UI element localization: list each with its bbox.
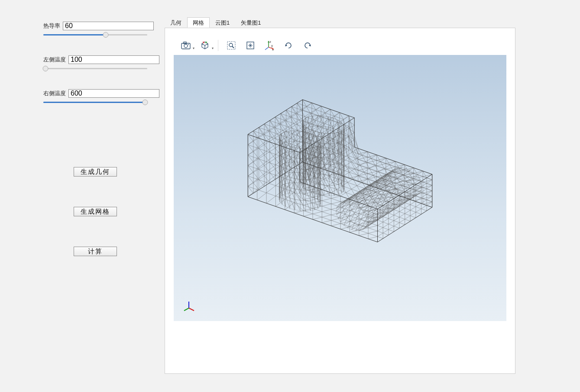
svg-point-1 [184,44,188,48]
param-thermal-conductivity: 热导率 [43,22,147,39]
compute-button[interactable]: 计算 [74,247,117,256]
thermal-conductivity-input[interactable] [63,22,154,30]
svg-point-3 [188,44,189,45]
toolbar-separator [218,40,218,51]
zoom-extents-icon[interactable] [243,38,258,53]
thermal-conductivity-slider[interactable] [43,31,147,39]
svg-rect-2 [184,42,186,44]
main-area: 几何 网格 云图1 矢量图1 ▾ ▾ [165,17,515,374]
mesh-wireframe [174,55,506,321]
sidebar: 热导率 左侧温度 右侧温度 生成几何 生 [0,0,165,392]
svg-text:y: y [271,44,273,48]
camera-icon[interactable]: ▾ [178,38,194,53]
svg-marker-19 [309,44,311,46]
right-temp-slider[interactable] [43,99,147,106]
tab-mesh[interactable]: 网格 [187,17,210,28]
param-left-temp: 左侧温度 [43,55,147,73]
svg-line-8 [232,46,234,48]
param-right-temp: 右侧温度 [43,89,147,106]
axis-triad-icon [182,299,195,312]
svg-rect-6 [227,42,235,49]
svg-line-14 [265,47,269,50]
svg-line-21 [189,308,194,311]
mesh-canvas[interactable] [174,55,506,321]
param-label: 左侧温度 [43,56,66,64]
action-buttons: 生成几何 生成网格 计算 [43,167,147,256]
generate-geometry-button[interactable]: 生成几何 [74,167,117,177]
param-label: 右侧温度 [43,90,66,97]
svg-rect-4 [203,42,204,43]
svg-line-22 [184,308,189,311]
svg-text:x: x [272,48,274,51]
left-temp-input[interactable] [68,55,159,64]
viewer-toolbar: ▾ ▾ z y x [174,37,506,54]
rotate-ccw-icon[interactable] [300,38,315,53]
right-temp-input[interactable] [68,89,159,98]
tab-geometry[interactable]: 几何 [165,17,187,28]
box-icon[interactable]: ▾ [197,38,213,53]
viewer-panel: ▾ ▾ z y x [165,28,515,374]
param-label: 热导率 [43,22,60,30]
chevron-down-icon: ▾ [193,46,194,50]
svg-point-7 [229,43,233,47]
chevron-down-icon: ▾ [212,46,214,50]
svg-rect-5 [205,42,207,43]
tab-vector[interactable]: 矢量图1 [235,17,266,28]
left-temp-slider[interactable] [43,65,147,73]
generate-mesh-button[interactable]: 生成网格 [74,207,117,216]
rotate-cw-icon[interactable] [281,38,296,53]
axes-icon[interactable]: z y x [262,38,277,53]
svg-marker-18 [285,44,287,46]
tab-contour[interactable]: 云图1 [210,17,235,28]
tabs: 几何 网格 云图1 矢量图1 [165,17,515,28]
zoom-box-icon[interactable] [224,38,239,53]
svg-text:z: z [269,40,271,44]
